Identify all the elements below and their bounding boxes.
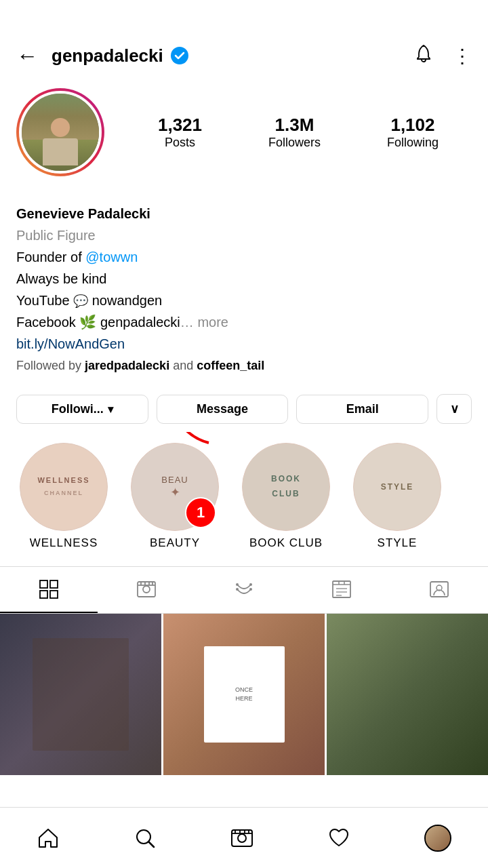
bio-founder: Founder of @towwn <box>16 247 472 267</box>
highlight-style[interactable]: STYLE STYLE <box>350 443 445 550</box>
svg-rect-24 <box>430 582 448 597</box>
highlight-circle-bookclub: BOOKCLUB <box>242 443 330 531</box>
highlight-beauty[interactable]: BEAU ✦ 1 BEAUTY <box>127 443 222 550</box>
highlight-label-bookclub: BOOK CLUB <box>249 536 323 550</box>
svg-point-13 <box>236 583 239 586</box>
svg-line-27 <box>148 842 154 847</box>
bio-youtube-channel: nowandgen <box>92 293 162 308</box>
posts-label: Posts <box>165 136 195 149</box>
svg-point-15 <box>236 588 239 591</box>
person-tag-icon <box>429 579 449 599</box>
bottom-nav <box>0 807 488 868</box>
username-label: genpadalecki <box>52 45 163 66</box>
highlight-circle-style: STYLE <box>353 443 441 531</box>
followers-count: 1.3M <box>268 115 321 136</box>
posts-stat[interactable]: 1,321 Posts <box>158 115 202 150</box>
notification-badge: 1 <box>185 497 216 528</box>
tab-reels[interactable] <box>98 567 195 613</box>
follower2[interactable]: coffeen_tail <box>197 359 264 372</box>
towwn-link[interactable]: @towwn <box>85 250 138 264</box>
followers-stat[interactable]: 1.3M Followers <box>268 115 321 150</box>
svg-rect-4 <box>40 591 47 598</box>
profile-url[interactable]: bit.ly/NowAndGen <box>16 334 472 354</box>
followed-by: Followed by jaredpadalecki and coffeen_t… <box>16 357 472 375</box>
bottom-home[interactable] <box>28 818 68 858</box>
posts-count: 1,321 <box>158 115 202 136</box>
profile-category: Public Figure <box>16 225 472 245</box>
search-icon <box>134 827 157 850</box>
badge-wrapper: BEAU ✦ 1 <box>131 443 219 531</box>
grid-icon <box>39 579 59 599</box>
bio-section: Genevieve Padalecki Public Figure Founde… <box>0 203 488 386</box>
profile-avatar-nav <box>424 825 451 852</box>
back-button[interactable]: ← <box>16 43 38 68</box>
stats-row: 1,321 Posts 1.3M Followers 1,102 Followi… <box>125 115 472 150</box>
following-count: 1,102 <box>387 115 439 136</box>
follower1[interactable]: jaredpadalecki <box>85 359 169 372</box>
notification-icon[interactable] <box>413 43 434 68</box>
bio-more[interactable]: … more <box>180 315 228 330</box>
svg-point-14 <box>249 583 252 586</box>
highlight-bookclub[interactable]: BOOKCLUB BOOK CLUB <box>239 443 333 550</box>
highlight-wellness[interactable]: WELLNESSCHANNEL WELLNESS <box>16 443 111 550</box>
svg-point-16 <box>249 588 252 591</box>
highlight-label-beauty: BEAUTY <box>150 536 200 550</box>
bio-founder-text: Founder of <box>16 250 85 264</box>
chat-icon: 💬 <box>73 294 88 308</box>
bio-facebook-text: Facebook 🌿 genpadalecki <box>16 315 180 330</box>
svg-point-0 <box>171 47 188 64</box>
bio-youtube: YouTube 💬 nowandgen <box>16 290 472 311</box>
status-bar <box>0 0 488 34</box>
photo-grid: ONCEHERE <box>0 614 488 775</box>
following-button[interactable]: Followi... ▾ <box>16 395 148 424</box>
svg-rect-3 <box>50 580 58 588</box>
bottom-profile[interactable] <box>416 816 460 860</box>
reels-icon <box>136 579 157 599</box>
tab-profile[interactable] <box>390 567 488 613</box>
top-nav: ← genpadalecki ⋮ <box>0 34 488 77</box>
bio-youtube-text: YouTube <box>16 293 73 308</box>
highlight-label-wellness: WELLNESS <box>30 536 98 550</box>
more-button[interactable]: ∨ <box>436 394 472 424</box>
tab-tagged[interactable] <box>293 567 390 613</box>
avatar-wrapper[interactable] <box>16 88 104 176</box>
chevron-down-icon: ▾ <box>108 403 113 416</box>
tab-bar <box>0 566 488 614</box>
bio-facebook: Facebook 🌿 genpadalecki… more <box>16 312 472 332</box>
grid-photo-1[interactable] <box>0 614 161 775</box>
clips-icon <box>234 579 254 599</box>
following-stat[interactable]: 1,102 Following <box>387 115 439 150</box>
verified-badge-icon <box>170 46 189 65</box>
bottom-reels[interactable] <box>222 818 262 858</box>
bottom-heart[interactable] <box>319 818 359 858</box>
followed-and: and <box>169 359 197 372</box>
profile-top-row: 1,321 Posts 1.3M Followers 1,102 Followi… <box>16 88 472 176</box>
heart-icon <box>327 827 350 850</box>
grid-photo-2[interactable]: ONCEHERE <box>163 614 325 775</box>
highlights-section: WELLNESSCHANNEL WELLNESS BEAU ✦ <box>0 432 488 561</box>
reels-nav-icon <box>230 827 253 850</box>
bio-kind: Always be kind <box>16 269 472 289</box>
highlight-circle-wellness: WELLNESSCHANNEL <box>20 443 108 531</box>
tab-clips[interactable] <box>195 567 293 613</box>
following-label: Followi... <box>52 402 104 416</box>
profile-name: Genevieve Padalecki <box>16 203 472 224</box>
grid-photo-3[interactable] <box>327 614 488 775</box>
highlight-label-style: STYLE <box>378 536 418 550</box>
message-button[interactable]: Message <box>157 395 289 424</box>
profile-section: 1,321 Posts 1.3M Followers 1,102 Followi… <box>0 77 488 203</box>
email-button[interactable]: Email <box>296 395 428 424</box>
nav-icons: ⋮ <box>413 43 472 68</box>
svg-rect-2 <box>40 580 47 588</box>
followed-prefix: Followed by <box>16 359 85 372</box>
bottom-search[interactable] <box>125 818 165 858</box>
avatar <box>19 91 102 174</box>
svg-point-7 <box>143 586 150 593</box>
svg-rect-5 <box>50 591 58 598</box>
tab-grid[interactable] <box>0 567 98 613</box>
following-label: Following <box>387 136 439 149</box>
more-options-icon[interactable]: ⋮ <box>453 45 472 67</box>
svg-point-29 <box>238 834 246 842</box>
followers-label: Followers <box>268 136 321 149</box>
home-icon <box>37 827 60 850</box>
